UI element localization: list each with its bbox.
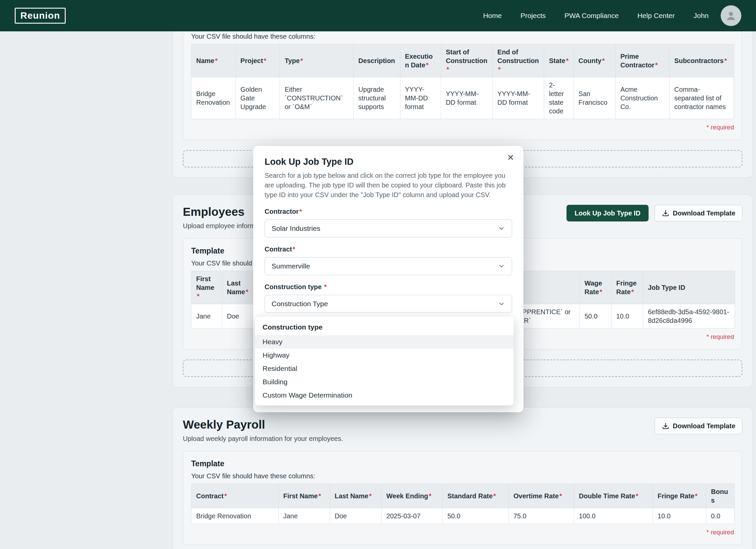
dropdown-option-custom-wage-determination[interactable]: Custom Wage Determination [255, 389, 513, 402]
dropdown-option-heavy[interactable]: Heavy [255, 335, 513, 349]
modal-description: Search for a job type below and click on… [265, 171, 512, 200]
header-cell: First Name* [192, 271, 222, 304]
lookup-job-type-button[interactable]: Look Up Job Type ID [566, 205, 648, 221]
table-cell: 0.0 [706, 508, 735, 524]
table-cell: 10.0 [653, 508, 706, 524]
navbar: Reunion Home Projects PWA Compliance Hel… [0, 0, 756, 31]
dropdown-option-building[interactable]: Building [255, 375, 513, 389]
table-cell: Upgrade structural supports [354, 77, 400, 119]
header-cell: Standard Rate* [443, 484, 509, 508]
template-table: Name*Project*Type*DescriptionExecution D… [191, 44, 734, 119]
table-cell: Golden Gate Upgrade [236, 77, 280, 119]
template-table: Contract*First Name*Last Name*Week Endin… [191, 484, 735, 524]
nav-home[interactable]: Home [483, 12, 502, 20]
header-cell: Fringe Rate* [612, 271, 643, 304]
header-cell: Description [354, 44, 400, 77]
nav-projects[interactable]: Projects [520, 12, 546, 20]
header-cell: Prime Contractor* [616, 44, 670, 77]
table-cell: 2025-03-07 [382, 508, 443, 524]
table-cell: Bridge Renovation [192, 508, 279, 524]
projects-template-intro: Your CSV file should have these columns: [191, 32, 734, 41]
projects-template-table: Name*Project*Type*DescriptionExecution D… [191, 44, 734, 119]
header-cell: Overtime Rate* [509, 484, 574, 508]
header-cell: Last Name* [330, 484, 382, 508]
contractor-select[interactable]: Solar Industries [265, 219, 512, 237]
download-template-label: Download Template [673, 422, 735, 430]
construction-type-label: Construction type* [265, 283, 512, 291]
payroll-template-intro: Your CSV file should have these columns: [191, 472, 734, 480]
header-cell: Wage Rate* [580, 271, 612, 304]
table-cell: San Francisco [574, 77, 616, 119]
header-cell: Job Type ID [643, 271, 735, 304]
close-icon: ✕ [507, 153, 514, 162]
payroll-actions: Download Template [655, 418, 742, 434]
modal-title: Look Up Job Type ID [265, 156, 512, 167]
employees-actions: Look Up Job Type ID Download Template [566, 205, 742, 221]
contract-label: Contract* [265, 245, 512, 253]
header-cell: Contract* [192, 484, 279, 508]
payroll-template-table: Contract*First Name*Last Name*Week Endin… [191, 484, 734, 524]
header-cell: State* [544, 44, 574, 77]
payroll-section: Weekly Payroll Upload weekly payroll inf… [172, 407, 753, 549]
table-cell: Acme Construction Co. [616, 77, 670, 119]
download-template-button[interactable]: Download Template [655, 205, 742, 221]
lookup-job-type-modal: ✕ Look Up Job Type ID Search for a job t… [253, 146, 523, 412]
table-cell: 75.0 [509, 508, 574, 524]
person-icon [725, 10, 737, 22]
logo[interactable]: Reunion [15, 8, 66, 24]
page: Reunion Home Projects PWA Compliance Hel… [0, 0, 756, 549]
download-template-button[interactable]: Download Template [655, 418, 742, 434]
payroll-subtitle: Upload weekly payroll information for yo… [183, 434, 343, 443]
contract-select[interactable]: Summerville [265, 257, 512, 275]
required-note: * required [191, 528, 734, 537]
table-cell: 6ef88edb-3d5a-4592-9801-8d26c8da4996 [643, 304, 735, 329]
payroll-header: Weekly Payroll Upload weekly payroll inf… [183, 418, 742, 443]
contractor-field: Contractor* Solar Industries [265, 208, 512, 237]
download-icon [662, 209, 670, 217]
close-button[interactable]: ✕ [507, 153, 514, 162]
table-cell: 100.0 [574, 508, 653, 524]
construction-type-select[interactable]: Construction Type [265, 295, 512, 313]
table-header-row: Name*Project*Type*DescriptionExecution D… [192, 44, 734, 77]
header-cell: Execution Date* [400, 44, 441, 77]
table-cell: 50.0 [580, 304, 612, 329]
table-cell: YYYY-MM-DD format [400, 77, 441, 119]
table-row: Bridge RenovationJaneDoe2025-03-0750.075… [192, 508, 735, 524]
contractor-selected-value: Solar Industries [272, 224, 320, 232]
avatar[interactable] [721, 5, 741, 26]
payroll-title: Weekly Payroll [183, 418, 343, 432]
contractor-label: Contractor* [265, 208, 512, 215]
dropdown-group-header: Construction type [255, 319, 513, 335]
header-cell: Project* [236, 44, 280, 77]
header-cell: End of Construction* [492, 44, 544, 77]
header-cell: Bonus [706, 484, 735, 508]
table-cell: 50.0 [443, 508, 509, 524]
table-cell: Jane [279, 508, 330, 524]
template-title: Template [191, 459, 734, 468]
header-cell: Start of Construction* [441, 44, 493, 77]
header-cell: Fringe Rate* [653, 484, 706, 508]
header-cell: Double Time Rate* [574, 484, 653, 508]
nav-user-name[interactable]: John [693, 12, 709, 20]
table-cell: Comma-separated list of contractor names [670, 77, 734, 119]
dropdown-option-residential[interactable]: Residential [255, 362, 513, 375]
construction-type-field: Construction type* Construction Type [265, 283, 512, 313]
nav-pwa-compliance[interactable]: PWA Compliance [564, 12, 619, 20]
nav-help-center[interactable]: Help Center [637, 12, 675, 20]
table-cell: 10.0 [612, 304, 643, 329]
header-cell: Type* [280, 44, 354, 77]
required-note: * required [191, 123, 734, 132]
contract-selected-value: Summerville [272, 262, 310, 270]
dropdown-option-highway[interactable]: Highway [255, 349, 513, 362]
table-header-row: Contract*First Name*Last Name*Week Endin… [192, 484, 735, 508]
table-cell: Doe [222, 304, 254, 329]
table-cell: Doe [330, 508, 382, 524]
download-template-label: Download Template [673, 209, 735, 217]
table-row: Bridge RenovationGolden Gate UpgradeEith… [192, 77, 734, 119]
construction-type-dropdown: Construction type Heavy Highway Resident… [255, 316, 514, 406]
table-cell: Bridge Renovation [192, 77, 236, 119]
header-cell: Name* [192, 44, 236, 77]
payroll-template-card: Template Your CSV file should have these… [183, 451, 742, 545]
table-cell: YYYY-MM-DD format [492, 77, 544, 119]
download-icon [662, 422, 670, 430]
